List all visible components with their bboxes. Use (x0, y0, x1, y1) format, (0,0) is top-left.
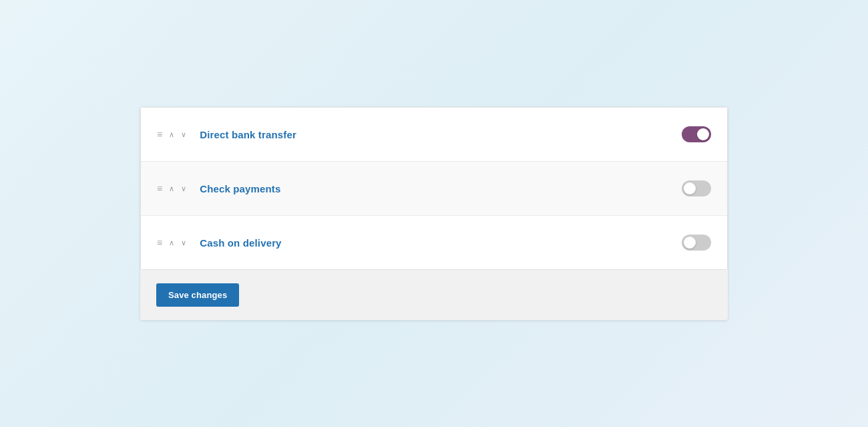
toggle-slider-cash-on-delivery (682, 235, 711, 251)
move-up-button-check-payments[interactable]: ∧ (168, 184, 176, 193)
toggle-cash-on-delivery[interactable] (682, 235, 711, 251)
move-up-button-cash-on-delivery[interactable]: ∧ (168, 239, 176, 247)
toggle-wrapper-direct-bank-transfer (682, 126, 711, 142)
move-down-button-direct-bank-transfer[interactable]: ∨ (180, 130, 188, 139)
row-controls-check-payments: ≡ ∧ ∨ (157, 184, 188, 193)
footer-area: Save changes (140, 270, 728, 320)
save-changes-button[interactable]: Save changes (156, 283, 239, 307)
move-up-button-direct-bank-transfer[interactable]: ∧ (168, 130, 176, 139)
drag-handle-icon[interactable]: ≡ (157, 130, 162, 139)
payment-label-check-payments: Check payments (200, 183, 682, 194)
payment-row-direct-bank-transfer: ≡ ∧ ∨ Direct bank transfer (141, 108, 727, 162)
toggle-wrapper-cash-on-delivery (682, 235, 711, 251)
toggle-slider-check-payments (682, 180, 711, 196)
toggle-slider-direct-bank-transfer (682, 126, 711, 142)
drag-handle-icon-check[interactable]: ≡ (157, 184, 162, 193)
payment-methods-card: ≡ ∧ ∨ Direct bank transfer ≡ ∧ ∨ Check p… (140, 107, 728, 320)
row-controls-cash-on-delivery: ≡ ∧ ∨ (157, 238, 188, 247)
move-down-button-check-payments[interactable]: ∨ (180, 184, 188, 193)
payment-row-cash-on-delivery: ≡ ∧ ∨ Cash on delivery (141, 216, 727, 269)
move-down-button-cash-on-delivery[interactable]: ∨ (180, 239, 188, 247)
toggle-check-payments[interactable] (682, 180, 711, 196)
toggle-direct-bank-transfer[interactable] (682, 126, 711, 142)
row-controls-direct-bank-transfer: ≡ ∧ ∨ (157, 130, 188, 139)
toggle-wrapper-check-payments (682, 180, 711, 196)
drag-handle-icon-cash[interactable]: ≡ (157, 238, 162, 247)
payment-methods-list: ≡ ∧ ∨ Direct bank transfer ≡ ∧ ∨ Check p… (140, 107, 728, 270)
payment-row-check-payments: ≡ ∧ ∨ Check payments (141, 162, 727, 216)
payment-label-direct-bank-transfer: Direct bank transfer (200, 129, 682, 140)
payment-label-cash-on-delivery: Cash on delivery (200, 237, 682, 249)
